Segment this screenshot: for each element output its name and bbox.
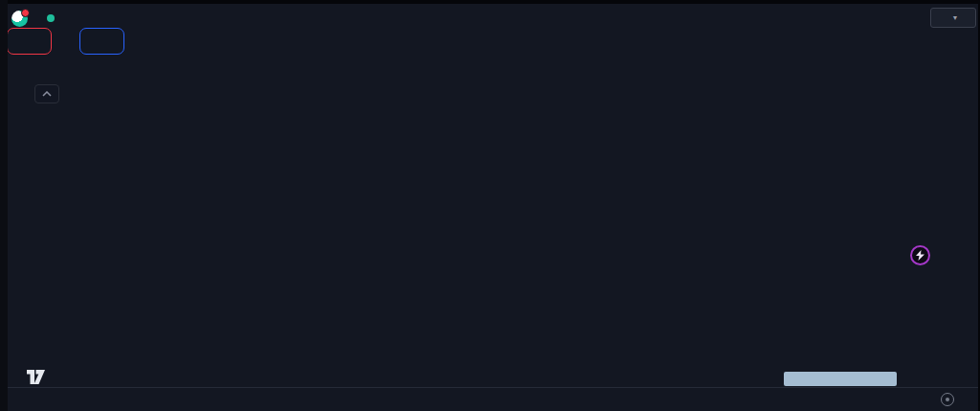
- currency-unit-button[interactable]: ▼: [930, 8, 976, 28]
- chart-canvas[interactable]: [0, 0, 980, 411]
- take-screenshot-button[interactable]: [784, 372, 897, 386]
- chevron-down-icon: ▼: [952, 14, 959, 21]
- price-axis[interactable]: [925, 0, 980, 387]
- market-status-icon[interactable]: [47, 14, 55, 22]
- time-axis[interactable]: [0, 387, 980, 411]
- boost-lightning-button[interactable]: [910, 245, 930, 265]
- notification-dot-icon: [21, 9, 30, 17]
- tradingview-logo[interactable]: [27, 369, 53, 385]
- time-axis-settings-icon[interactable]: [941, 393, 954, 406]
- buy-button[interactable]: [79, 28, 124, 55]
- symbol-logo-icon[interactable]: [11, 11, 28, 27]
- top-edge: [0, 0, 980, 4]
- symbol-header: [11, 9, 99, 28]
- tradingview-chart-window: ▼: [0, 0, 980, 411]
- sell-button[interactable]: [7, 28, 52, 55]
- chevron-up-icon: [42, 91, 52, 97]
- left-toolbar-collapsed[interactable]: [0, 0, 8, 411]
- legend-collapse-button[interactable]: [34, 84, 59, 103]
- tradingview-mark-icon: [27, 369, 45, 385]
- lightning-icon: [916, 250, 924, 261]
